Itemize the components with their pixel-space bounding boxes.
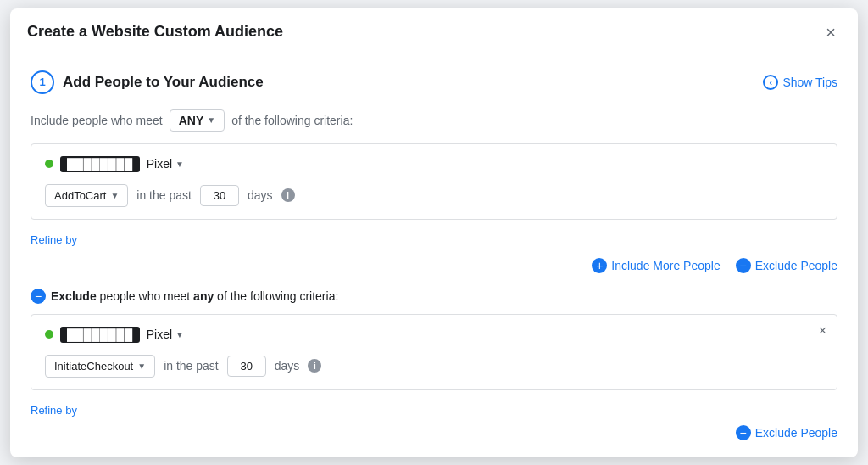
include-action-row: AddToCart ▼ in the past days i bbox=[45, 184, 823, 207]
exclude-people-button-bottom[interactable]: − Exclude People bbox=[736, 425, 837, 440]
exclude-people-button-top[interactable]: − Exclude People bbox=[736, 258, 837, 273]
exclude-section: − Exclude people who meet any of the fol… bbox=[31, 289, 837, 440]
exclude-section-icon: − bbox=[31, 289, 46, 304]
pixel-status-dot bbox=[45, 160, 53, 168]
modal-title: Create a Website Custom Audience bbox=[27, 23, 283, 41]
match-type-dropdown[interactable]: ANY ▼ bbox=[170, 109, 225, 132]
modal-header: Create a Website Custom Audience × bbox=[10, 8, 858, 53]
exclude-top-icon: − bbox=[736, 258, 751, 273]
include-refine-link[interactable]: Refine by bbox=[31, 233, 77, 246]
step-title: Add People to Your Audience bbox=[63, 74, 264, 91]
tips-icon: ‹ bbox=[763, 75, 778, 90]
close-button[interactable]: × bbox=[821, 22, 841, 42]
modal-body: 1 Add People to Your Audience ‹ Show Tip… bbox=[10, 53, 858, 457]
exclude-bold-text: Exclude bbox=[51, 289, 97, 303]
include-action-arrow: ▼ bbox=[110, 191, 119, 200]
exclude-label: Exclude people who meet any of the follo… bbox=[51, 289, 338, 303]
exclude-days-suffix: days bbox=[275, 359, 300, 373]
include-days-input[interactable] bbox=[200, 185, 239, 206]
step-header: 1 Add People to Your Audience ‹ Show Tip… bbox=[31, 70, 837, 94]
include-pixel-arrow: ▼ bbox=[175, 160, 184, 169]
include-suffix: of the following criteria: bbox=[231, 114, 353, 127]
exclude-days-input[interactable] bbox=[227, 356, 266, 377]
include-action-dropdown[interactable]: AddToCart ▼ bbox=[45, 184, 128, 207]
match-type-arrow: ▼ bbox=[207, 115, 215, 125]
exclude-pixel-label: Pixel bbox=[147, 328, 172, 341]
exclude-action-value: InitiateCheckout bbox=[54, 360, 133, 373]
exclude-action-row: InitiateCheckout ▼ in the past days i bbox=[45, 355, 823, 378]
exclude-box-close-button[interactable]: × bbox=[819, 323, 826, 339]
step-number: 1 bbox=[31, 70, 54, 94]
exclude-info-icon: i bbox=[308, 359, 321, 373]
include-more-icon: + bbox=[592, 258, 607, 273]
include-info-icon: i bbox=[281, 188, 295, 202]
exclude-any-label: any bbox=[193, 289, 214, 303]
exclude-header: − Exclude people who meet any of the fol… bbox=[31, 289, 837, 304]
match-type-value: ANY bbox=[179, 114, 204, 127]
step-title-group: 1 Add People to Your Audience bbox=[31, 70, 264, 94]
include-section-box: ████████ Pixel ▼ AddToCart ▼ in the past… bbox=[31, 143, 837, 220]
exclude-top-label: Exclude People bbox=[755, 259, 837, 272]
exclude-bottom-label: Exclude People bbox=[755, 426, 837, 440]
exclude-label-rest: people who meet bbox=[97, 289, 193, 303]
bottom-action-row: − Exclude People bbox=[31, 425, 837, 440]
modal: Create a Website Custom Audience × 1 Add… bbox=[10, 8, 858, 457]
include-more-label: Include More People bbox=[611, 259, 720, 272]
exclude-past-label: in the past bbox=[164, 359, 219, 373]
include-pixel-name: ████████ bbox=[60, 156, 140, 172]
exclude-pixel-arrow: ▼ bbox=[175, 330, 184, 339]
exclude-action-dropdown[interactable]: InitiateCheckout ▼ bbox=[45, 355, 155, 378]
include-criteria-row: Include people who meet ANY ▼ of the fol… bbox=[31, 109, 837, 132]
include-past-label: in the past bbox=[136, 188, 192, 202]
include-days-suffix: days bbox=[248, 188, 273, 202]
exclude-pixel-name: ████████ bbox=[60, 327, 140, 343]
include-pixel-row: ████████ Pixel ▼ bbox=[45, 156, 823, 172]
exclude-box: × ████████ Pixel ▼ InitiateCheckout ▼ bbox=[31, 314, 837, 390]
exclude-suffix: of the following criteria: bbox=[214, 289, 338, 303]
action-buttons-row: + Include More People − Exclude People bbox=[31, 258, 837, 273]
show-tips-label: Show Tips bbox=[782, 76, 837, 89]
show-tips-button[interactable]: ‹ Show Tips bbox=[763, 75, 837, 90]
include-prefix: Include people who meet bbox=[31, 114, 163, 127]
exclude-refine-link[interactable]: Refine by bbox=[31, 404, 77, 417]
include-action-value: AddToCart bbox=[54, 189, 106, 202]
exclude-pixel-dropdown[interactable]: Pixel ▼ bbox=[147, 328, 184, 341]
exclude-pixel-row: ████████ Pixel ▼ bbox=[45, 327, 823, 343]
include-pixel-label: Pixel bbox=[147, 157, 172, 171]
include-pixel-dropdown[interactable]: Pixel ▼ bbox=[147, 157, 184, 171]
exclude-action-arrow: ▼ bbox=[137, 361, 146, 371]
exclude-pixel-status-dot bbox=[45, 330, 53, 339]
include-more-button[interactable]: + Include More People bbox=[592, 258, 720, 273]
exclude-bottom-icon: − bbox=[736, 425, 751, 440]
